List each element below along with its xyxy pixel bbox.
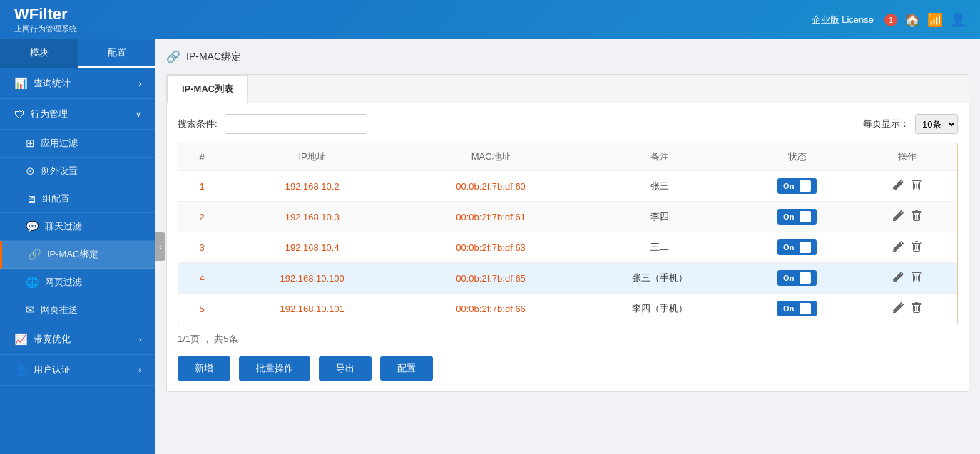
- status-toggle[interactable]: On: [777, 270, 817, 286]
- edit-icon[interactable]: [892, 302, 904, 316]
- cell-remark: 李四（手机）: [583, 294, 737, 324]
- export-button[interactable]: 导出: [319, 356, 372, 381]
- per-page-label: 每页显示：: [863, 118, 909, 130]
- delete-icon[interactable]: [911, 272, 922, 285]
- pagination-info: 1/1页 ， 共5条: [178, 333, 958, 346]
- sidebar-item-web-push[interactable]: ✉ 网页推送: [0, 296, 155, 324]
- home-icon[interactable]: 🏠: [904, 12, 920, 28]
- cell-status: On: [737, 294, 857, 324]
- col-status: 状态: [737, 143, 857, 171]
- user-auth-label: 用户认证: [34, 363, 71, 376]
- sidebar-item-web-filter[interactable]: 🌐 网页过滤: [0, 269, 155, 296]
- exception-label: 例外设置: [41, 165, 78, 177]
- exception-icon: ⊙: [26, 165, 35, 177]
- status-toggle[interactable]: On: [777, 209, 817, 225]
- bandwidth-label: 带宽优化: [34, 333, 71, 346]
- table-row: 1192.168.10.200:0b:2f:7b:df:60张三On: [178, 171, 957, 202]
- cell-id: 4: [178, 263, 225, 294]
- sidebar-item-chat-filter[interactable]: 💬 聊天过滤: [0, 213, 155, 241]
- app-subtitle: 上网行为管理系统: [14, 24, 77, 34]
- app-filter-label: 应用过滤: [41, 137, 78, 150]
- user-icon[interactable]: 👤: [950, 12, 966, 28]
- tab-config[interactable]: 配置: [78, 39, 155, 68]
- sidebar-item-user-auth[interactable]: 👤 用户认证 ›: [0, 355, 155, 386]
- cell-ip: 192.168.10.4: [225, 232, 399, 263]
- cell-mac: 00:0b:2f:7b:df:66: [399, 294, 583, 324]
- cell-id: 5: [178, 294, 225, 324]
- behavior-mgmt-arrow: ∨: [136, 110, 141, 119]
- web-filter-icon: 🌐: [26, 276, 39, 289]
- sidebar-item-group-config[interactable]: 🖥 组配置: [0, 185, 155, 213]
- edit-icon[interactable]: [892, 272, 904, 285]
- status-toggle[interactable]: On: [777, 239, 817, 255]
- col-mac: MAC地址: [399, 143, 583, 171]
- breadcrumb: 🔗 IP-MAC绑定: [166, 50, 969, 63]
- cell-mac: 00:0b:2f:7b:df:65: [399, 263, 583, 294]
- bandwidth-icon: 📈: [14, 333, 28, 346]
- delete-icon[interactable]: [911, 241, 922, 254]
- cell-status: On: [737, 263, 857, 294]
- sidebar: 模块 配置 📊 查询统计 › 🛡 行为管理 ∨ ⊞ 应用过滤 ⊙ 例外设置 🖥 …: [0, 39, 155, 454]
- search-left: 搜索条件:: [178, 114, 367, 134]
- sidebar-item-ip-mac-binding[interactable]: 🔗 IP-MAC绑定: [0, 241, 155, 269]
- col-action: 操作: [857, 143, 957, 171]
- group-config-label: 组配置: [42, 192, 70, 205]
- breadcrumb-text: IP-MAC绑定: [186, 51, 241, 63]
- sidebar-tabs: 模块 配置: [0, 39, 155, 68]
- cell-actions: [857, 232, 957, 263]
- pagination-sep: ，: [203, 334, 212, 344]
- cell-status: On: [737, 232, 857, 263]
- content-area: 🔗 IP-MAC绑定 IP-MAC列表 搜索条件: 每页显示：: [155, 39, 980, 454]
- edit-icon[interactable]: [892, 210, 904, 224]
- cell-remark: 张三（手机）: [583, 263, 737, 294]
- bandwidth-arrow: ›: [138, 335, 141, 344]
- behavior-mgmt-label: 行为管理: [31, 108, 68, 120]
- app-title: WFilter: [14, 5, 77, 24]
- delete-icon[interactable]: [911, 210, 922, 224]
- delete-icon[interactable]: [911, 180, 922, 193]
- web-push-label: 网页推送: [41, 304, 78, 316]
- batch-button[interactable]: 批量操作: [239, 356, 310, 381]
- edit-icon[interactable]: [892, 241, 904, 254]
- status-toggle[interactable]: On: [777, 301, 817, 316]
- table-row: 5192.168.10.10100:0b:2f:7b:df:66李四（手机）On: [178, 294, 957, 324]
- search-input[interactable]: [225, 114, 367, 134]
- col-ip: IP地址: [225, 143, 399, 171]
- tab-ip-mac-list[interactable]: IP-MAC列表: [167, 75, 248, 103]
- cell-actions: [857, 294, 957, 324]
- wifi-icon[interactable]: 📶: [927, 12, 943, 28]
- cell-id: 1: [178, 171, 225, 202]
- user-auth-arrow: ›: [138, 366, 141, 374]
- card-tabs: IP-MAC列表: [167, 75, 969, 103]
- add-button[interactable]: 新增: [178, 356, 230, 381]
- config-button[interactable]: 配置: [380, 356, 433, 381]
- cell-ip: 192.168.10.2: [225, 171, 399, 202]
- chat-filter-icon: 💬: [26, 220, 39, 233]
- cell-ip: 192.168.10.3: [225, 202, 399, 232]
- per-page-select[interactable]: 10条 20条 50条: [915, 114, 958, 134]
- app-header: WFilter 上网行为管理系统 企业版 License 1 🏠 📶 👤: [0, 0, 980, 39]
- status-toggle[interactable]: On: [777, 178, 817, 194]
- sidebar-item-bandwidth-opt[interactable]: 📈 带宽优化 ›: [0, 324, 155, 355]
- col-remark: 备注: [583, 143, 737, 171]
- edit-icon[interactable]: [892, 180, 904, 193]
- sidebar-collapse-handle[interactable]: ‹: [155, 232, 165, 261]
- query-stats-icon: 📊: [14, 77, 28, 90]
- sidebar-item-app-filter[interactable]: ⊞ 应用过滤: [0, 130, 155, 158]
- table-row: 2192.168.10.300:0b:2f:7b:df:61李四On: [178, 202, 957, 232]
- notification-badge[interactable]: 1: [884, 14, 897, 26]
- tab-module[interactable]: 模块: [0, 39, 78, 68]
- ip-mac-table: # IP地址 MAC地址 备注 状态 操作 1192.168.10.200:0b…: [178, 143, 957, 324]
- cell-status: On: [737, 202, 857, 232]
- sidebar-item-query-stats[interactable]: 📊 查询统计 ›: [0, 68, 155, 99]
- sidebar-item-exception-setting[interactable]: ⊙ 例外设置: [0, 158, 155, 185]
- web-push-icon: ✉: [26, 304, 35, 316]
- delete-icon[interactable]: [911, 302, 922, 316]
- license-label: 企业版 License: [812, 14, 874, 26]
- search-bar: 搜索条件: 每页显示： 10条 20条 50条: [178, 114, 958, 134]
- app-logo: WFilter 上网行为管理系统: [14, 5, 77, 34]
- search-right: 每页显示： 10条 20条 50条: [863, 114, 958, 134]
- sidebar-item-behavior-mgmt[interactable]: 🛡 行为管理 ∨: [0, 99, 155, 130]
- app-filter-icon: ⊞: [26, 137, 35, 150]
- table-row: 4192.168.10.10000:0b:2f:7b:df:65张三（手机）On: [178, 263, 957, 294]
